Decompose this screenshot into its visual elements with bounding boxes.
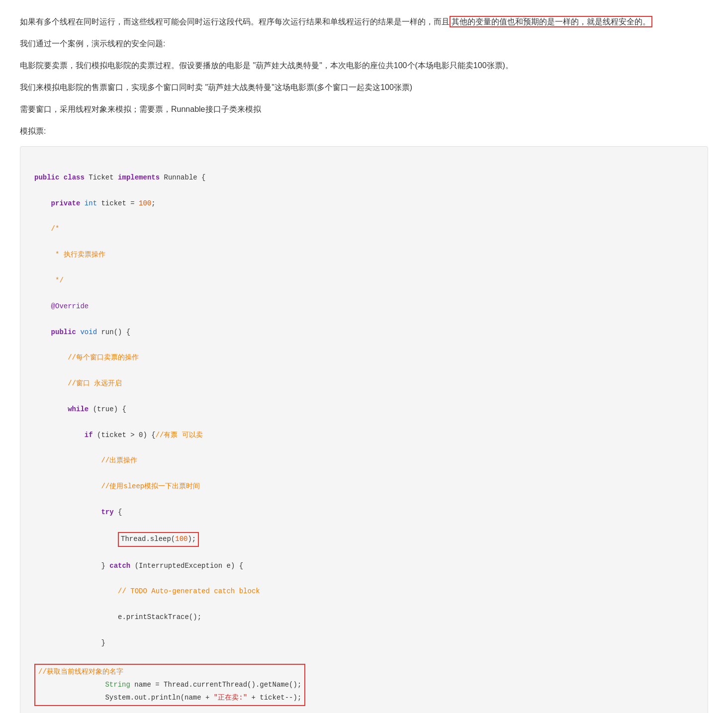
code-line-6: @Override bbox=[34, 300, 694, 313]
code-line-11: if (ticket > 0) {//有票 可以卖 bbox=[34, 429, 694, 442]
code-line-1: public class Ticket implements Runnable … bbox=[34, 172, 694, 184]
code-line-2: private int ticket = 100; bbox=[34, 197, 694, 210]
code-line-17: // TODO Auto-generated catch block bbox=[34, 585, 694, 598]
code-line-18: e.printStackTrace(); bbox=[34, 611, 694, 624]
code-line-9: //窗口 永远开启 bbox=[34, 377, 694, 390]
code-line-12: //出票操作 bbox=[34, 454, 694, 467]
get-name-highlight: //获取当前线程对象的名字 String name = Thread.curre… bbox=[34, 664, 305, 707]
prose-content: 如果有多个线程在同时运行，而这些线程可能会同时运行这段代码。程序每次运行结果和单… bbox=[20, 15, 708, 138]
thread-sleep-highlight: Thread.sleep(100); bbox=[118, 532, 199, 547]
code-line-14: try { bbox=[34, 506, 694, 519]
para1-highlight: 其他的变量的值也和预期的是一样的，就是线程安全的。 bbox=[450, 16, 652, 27]
paragraph-4: 我们来模拟电影院的售票窗口，实现多个窗口同时卖 "葫芦娃大战奥特曼"这场电影票(… bbox=[20, 81, 708, 94]
code-line-3: /* bbox=[34, 223, 694, 236]
code-line-7: public void run() { bbox=[34, 326, 694, 339]
paragraph-6: 模拟票: bbox=[20, 124, 708, 138]
code-line-4: * 执行卖票操作 bbox=[34, 249, 694, 262]
paragraph-1: 如果有多个线程在同时运行，而这些线程可能会同时运行这段代码。程序每次运行结果和单… bbox=[20, 15, 708, 29]
code-line-13: //使用sleep模拟一下出票时间 bbox=[34, 480, 694, 493]
code-line-8: //每个窗口卖票的操作 bbox=[34, 352, 694, 364]
paragraph-5: 需要窗口，采用线程对象来模拟；需要票，Runnable接口子类来模拟 bbox=[20, 102, 708, 116]
code-line-20-block: //获取当前线程对象的名字 String name = Thread.curre… bbox=[34, 663, 694, 708]
code-line-10: while (true) { bbox=[34, 403, 694, 416]
code-line-19: } bbox=[34, 637, 694, 650]
code-line-15: Thread.sleep(100); bbox=[34, 532, 694, 547]
para1-text: 如果有多个线程在同时运行，而这些线程可能会同时运行这段代码。程序每次运行结果和单… bbox=[20, 17, 450, 26]
paragraph-3: 电影院要卖票，我们模拟电影院的卖票过程。假设要播放的电影是 "葫芦娃大战奥特曼"… bbox=[20, 59, 708, 73]
paragraph-2: 我们通过一个案例，演示线程的安全问题: bbox=[20, 37, 708, 51]
code-line-5: */ bbox=[34, 274, 694, 287]
code-block: public class Ticket implements Runnable … bbox=[20, 146, 708, 713]
code-line-16: } catch (InterruptedException e) { bbox=[34, 560, 694, 573]
